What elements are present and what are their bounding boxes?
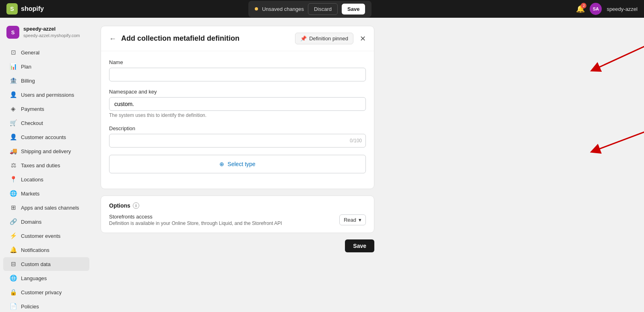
name-input[interactable] <box>109 68 366 81</box>
select-type-group: ⊕ Select type <box>109 155 366 173</box>
panel-body: Name Namespace and key The system uses t… <box>101 51 374 189</box>
sidebar-item-locations[interactable]: 📍 Locations <box>3 173 89 186</box>
shopify-logo-text: shopify <box>21 5 44 12</box>
pin-icon: 📌 <box>300 35 307 42</box>
notifications-icon: 🔔 <box>10 246 17 254</box>
namespace-hint: The system uses this to identify the def… <box>109 112 366 118</box>
discard-button[interactable]: Discard <box>308 3 338 15</box>
shipping-icon: 🚚 <box>10 148 17 155</box>
sidebar-item-label: Policies <box>21 304 39 310</box>
sidebar-item-domains[interactable]: 🔗 Domains <box>3 215 89 229</box>
sidebar-item-policies[interactable]: 📄 Policies <box>3 300 89 312</box>
svg-line-3 <box>595 131 644 151</box>
store-name: speedy-azzel <box>23 26 80 33</box>
sidebar-item-markets[interactable]: 🌐 Markets <box>3 187 89 200</box>
sidebar-item-label: Users and permissions <box>21 92 74 98</box>
options-label: Options <box>109 202 130 209</box>
storefront-access-desc: Definition is available in your Online S… <box>109 220 282 226</box>
sidebar-item-label: Apps and sales channels <box>21 205 79 211</box>
name-label: Name <box>109 59 366 65</box>
billing-icon: 🏦 <box>10 77 17 84</box>
unsaved-label: Unsaved changes <box>262 6 304 12</box>
sidebar-item-label: Markets <box>21 191 39 197</box>
sidebar-item-general[interactable]: ⊡ General <box>3 46 89 59</box>
namespace-form-group: Namespace and key The system uses this t… <box>109 89 366 118</box>
unsaved-dot <box>255 7 258 10</box>
sidebar-item-billing[interactable]: 🏦 Billing <box>3 74 89 87</box>
users-icon: 👤 <box>10 91 17 98</box>
storefront-row: Storefronts access Definition is availab… <box>109 214 366 226</box>
user-name-label: speedy-azzel <box>607 6 638 12</box>
back-button[interactable]: ← <box>109 35 116 42</box>
topbar-center: Unsaved changes Discard Save <box>44 1 576 17</box>
content-area: ← Add collection metafield definition 📌 … <box>93 18 644 312</box>
char-count: 0/100 <box>350 138 362 144</box>
sidebar-item-taxes-duties[interactable]: ⚖ Taxes and duties <box>3 158 89 172</box>
sidebar-item-label: Plan <box>21 64 31 70</box>
close-panel-button[interactable]: ✕ <box>360 34 366 43</box>
languages-icon: 🌐 <box>10 275 17 282</box>
sidebar-item-label: Domains <box>21 219 41 225</box>
payments-icon: ◈ <box>10 105 17 112</box>
sidebar-item-notifications[interactable]: 🔔 Notifications <box>3 243 89 257</box>
sidebar-item-label: Locations <box>21 177 43 183</box>
main-layout: S speedy-azzel speedy-azzel.myshopify.co… <box>0 18 644 312</box>
metafield-panel: ← Add collection metafield definition 📌 … <box>101 26 374 189</box>
access-select[interactable]: Read ▾ <box>339 214 366 225</box>
domains-icon: 🔗 <box>10 218 17 225</box>
select-type-icon: ⊕ <box>219 161 224 167</box>
notification-badge: 2 <box>581 3 586 8</box>
save-button-area: Save <box>101 239 374 252</box>
sidebar-item-checkout[interactable]: 🛒 Checkout <box>3 116 89 130</box>
access-value: Read <box>344 217 356 223</box>
sidebar-item-label: General <box>21 50 39 56</box>
chevron-down-icon: ▾ <box>359 217 361 223</box>
options-title: Options i <box>109 202 366 209</box>
definition-pinned-label: Definition pinned <box>309 35 348 42</box>
sidebar-item-label: Checkout <box>21 120 43 126</box>
options-info-icon[interactable]: i <box>133 202 139 209</box>
storefront-info: Storefronts access Definition is availab… <box>109 214 282 226</box>
panel-title-group: ← Add collection metafield definition <box>109 34 239 43</box>
sidebar-item-payments[interactable]: ◈ Payments <box>3 102 89 116</box>
customer-accounts-icon: 👤 <box>10 133 17 141</box>
sidebar-item-users-permissions[interactable]: 👤 Users and permissions <box>3 88 89 102</box>
policies-icon: 📄 <box>10 303 17 310</box>
name-form-group: Name <box>109 59 366 81</box>
namespace-input[interactable] <box>109 97 366 111</box>
namespace-label: Namespace and key <box>109 89 366 95</box>
select-type-button[interactable]: ⊕ Select type <box>109 155 366 173</box>
sidebar-item-customer-privacy[interactable]: 🔒 Customer privacy <box>3 285 89 299</box>
checkout-icon: 🛒 <box>10 119 17 127</box>
sidebar-item-label: Customer accounts <box>21 134 66 140</box>
save-top-button[interactable]: Save <box>342 4 365 15</box>
storefront-access-title: Storefronts access <box>109 214 282 220</box>
sidebar-nav: ⊡ General 📊 Plan 🏦 Billing 👤 Users and p… <box>0 46 93 312</box>
sidebar-item-label: Customer events <box>21 233 60 239</box>
sidebar-item-languages[interactable]: 🌐 Languages <box>3 271 89 285</box>
topbar-left: S shopify <box>6 3 44 15</box>
description-field-wrapper: 0/100 <box>109 134 366 148</box>
topbar: S shopify Unsaved changes Discard Save 🔔… <box>0 0 644 18</box>
sidebar-item-label: Custom data <box>21 261 51 267</box>
panel-title: Add collection metafield definition <box>121 34 239 43</box>
sidebar-item-shipping-delivery[interactable]: 🚚 Shipping and delivery <box>3 144 89 158</box>
description-input[interactable] <box>109 134 366 148</box>
sidebar-item-apps-sales[interactable]: ⊞ Apps and sales channels <box>3 201 89 214</box>
sidebar-item-customer-accounts[interactable]: 👤 Customer accounts <box>3 130 89 144</box>
sidebar: S speedy-azzel speedy-azzel.myshopify.co… <box>0 18 93 312</box>
save-main-button[interactable]: Save <box>345 239 374 252</box>
shopify-logo: S shopify <box>6 3 44 15</box>
sidebar-item-custom-data[interactable]: ⊟ Custom data <box>3 257 89 271</box>
panel-header: ← Add collection metafield definition 📌 … <box>101 26 374 51</box>
sidebar-item-plan[interactable]: 📊 Plan <box>3 60 89 73</box>
sidebar-item-customer-events[interactable]: ⚡ Customer events <box>3 229 89 243</box>
store-url: speedy-azzel.myshopify.com <box>23 33 80 38</box>
plan-icon: 📊 <box>10 63 17 70</box>
store-avatar: S <box>6 26 19 39</box>
notification-area: 🔔 2 <box>576 4 585 13</box>
sidebar-store: S speedy-azzel speedy-azzel.myshopify.co… <box>0 23 93 45</box>
apps-icon: ⊞ <box>10 204 17 211</box>
definition-pinned-button[interactable]: 📌 Definition pinned <box>295 33 353 44</box>
general-icon: ⊡ <box>10 49 17 56</box>
